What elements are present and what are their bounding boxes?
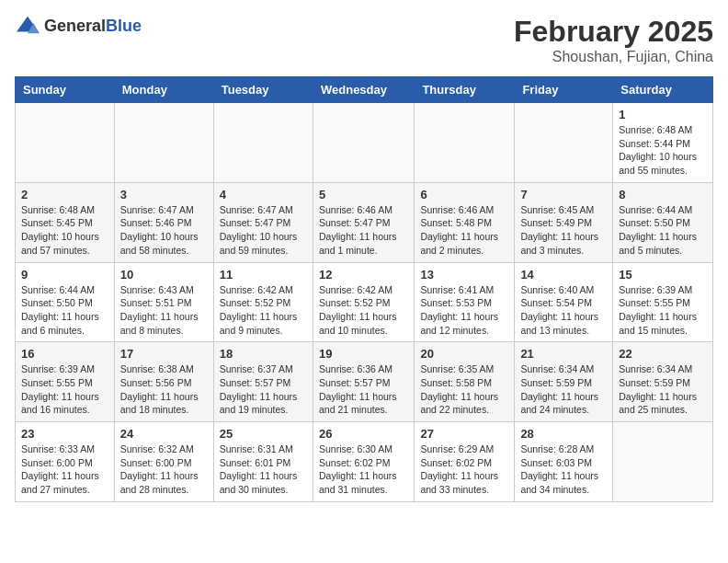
- calendar-day-cell: 17Sunrise: 6:38 AM Sunset: 5:56 PM Dayli…: [114, 342, 213, 422]
- day-number: 24: [120, 427, 208, 441]
- day-number: 16: [21, 347, 108, 361]
- calendar-day-cell: 12Sunrise: 6:42 AM Sunset: 5:52 PM Dayli…: [313, 262, 414, 342]
- calendar-day-cell: 19Sunrise: 6:36 AM Sunset: 5:57 PM Dayli…: [313, 342, 414, 422]
- calendar-day-cell: 18Sunrise: 6:37 AM Sunset: 5:57 PM Dayli…: [213, 342, 313, 422]
- calendar-day-cell: 22Sunrise: 6:34 AM Sunset: 5:59 PM Dayli…: [613, 342, 713, 422]
- calendar-day-cell: 23Sunrise: 6:33 AM Sunset: 6:00 PM Dayli…: [16, 422, 115, 502]
- calendar-header-row: SundayMondayTuesdayWednesdayThursdayFrid…: [16, 77, 713, 103]
- day-number: 23: [21, 427, 108, 441]
- logo: GeneralBlue: [15, 15, 142, 37]
- day-info: Sunrise: 6:36 AM Sunset: 5:57 PM Dayligh…: [319, 362, 408, 417]
- calendar-day-cell: [213, 103, 313, 183]
- calendar-day-cell: 9Sunrise: 6:44 AM Sunset: 5:50 PM Daylig…: [16, 262, 115, 342]
- day-of-week-header: Thursday: [415, 77, 515, 103]
- day-info: Sunrise: 6:29 AM Sunset: 6:02 PM Dayligh…: [420, 442, 508, 497]
- day-info: Sunrise: 6:42 AM Sunset: 5:52 PM Dayligh…: [319, 283, 408, 338]
- calendar-day-cell: 4Sunrise: 6:47 AM Sunset: 5:47 PM Daylig…: [213, 182, 313, 262]
- day-info: Sunrise: 6:40 AM Sunset: 5:54 PM Dayligh…: [520, 283, 607, 338]
- day-info: Sunrise: 6:31 AM Sunset: 6:01 PM Dayligh…: [220, 442, 307, 497]
- calendar-day-cell: [16, 103, 115, 183]
- page-header: GeneralBlue February 2025 Shoushan, Fuji…: [15, 15, 713, 65]
- day-info: Sunrise: 6:47 AM Sunset: 5:47 PM Dayligh…: [220, 203, 307, 258]
- day-info: Sunrise: 6:47 AM Sunset: 5:46 PM Dayligh…: [120, 203, 208, 258]
- day-info: Sunrise: 6:44 AM Sunset: 5:50 PM Dayligh…: [21, 283, 108, 338]
- calendar-day-cell: 21Sunrise: 6:34 AM Sunset: 5:59 PM Dayli…: [515, 342, 613, 422]
- day-info: Sunrise: 6:32 AM Sunset: 6:00 PM Dayligh…: [120, 442, 208, 497]
- month-year-title: February 2025: [514, 15, 713, 49]
- calendar-day-cell: 6Sunrise: 6:46 AM Sunset: 5:48 PM Daylig…: [415, 182, 515, 262]
- day-number: 4: [220, 188, 307, 201]
- calendar-day-cell: 1Sunrise: 6:48 AM Sunset: 5:44 PM Daylig…: [613, 103, 713, 183]
- day-info: Sunrise: 6:30 AM Sunset: 6:02 PM Dayligh…: [319, 442, 408, 497]
- calendar-day-cell: 20Sunrise: 6:35 AM Sunset: 5:58 PM Dayli…: [415, 342, 515, 422]
- calendar-day-cell: 28Sunrise: 6:28 AM Sunset: 6:03 PM Dayli…: [515, 422, 613, 502]
- day-number: 17: [120, 347, 208, 361]
- day-of-week-header: Saturday: [613, 77, 713, 103]
- day-of-week-header: Wednesday: [313, 77, 414, 103]
- calendar-day-cell: 14Sunrise: 6:40 AM Sunset: 5:54 PM Dayli…: [515, 262, 613, 342]
- day-number: 5: [319, 188, 408, 201]
- day-info: Sunrise: 6:44 AM Sunset: 5:50 PM Dayligh…: [619, 203, 707, 258]
- day-number: 3: [120, 188, 208, 201]
- title-area: February 2025 Shoushan, Fujian, China: [514, 15, 713, 65]
- calendar-week-row: 23Sunrise: 6:33 AM Sunset: 6:00 PM Dayli…: [16, 422, 713, 502]
- day-number: 26: [319, 427, 408, 441]
- calendar-day-cell: 3Sunrise: 6:47 AM Sunset: 5:46 PM Daylig…: [114, 182, 213, 262]
- day-number: 11: [220, 268, 307, 282]
- day-of-week-header: Tuesday: [213, 77, 313, 103]
- calendar-day-cell: 10Sunrise: 6:43 AM Sunset: 5:51 PM Dayli…: [114, 262, 213, 342]
- day-number: 13: [420, 268, 508, 282]
- day-number: 20: [420, 347, 508, 361]
- day-info: Sunrise: 6:39 AM Sunset: 5:55 PM Dayligh…: [619, 283, 707, 338]
- day-info: Sunrise: 6:48 AM Sunset: 5:45 PM Dayligh…: [21, 203, 108, 258]
- calendar-day-cell: 15Sunrise: 6:39 AM Sunset: 5:55 PM Dayli…: [613, 262, 713, 342]
- location-subtitle: Shoushan, Fujian, China: [514, 49, 713, 65]
- calendar-day-cell: [415, 103, 515, 183]
- day-number: 25: [220, 427, 307, 441]
- day-number: 12: [319, 268, 408, 282]
- calendar-day-cell: 16Sunrise: 6:39 AM Sunset: 5:55 PM Dayli…: [16, 342, 115, 422]
- day-info: Sunrise: 6:42 AM Sunset: 5:52 PM Dayligh…: [220, 283, 307, 338]
- day-info: Sunrise: 6:41 AM Sunset: 5:53 PM Dayligh…: [420, 283, 508, 338]
- calendar-table: SundayMondayTuesdayWednesdayThursdayFrid…: [15, 76, 713, 502]
- day-info: Sunrise: 6:33 AM Sunset: 6:00 PM Dayligh…: [21, 442, 108, 497]
- calendar-week-row: 2Sunrise: 6:48 AM Sunset: 5:45 PM Daylig…: [16, 182, 713, 262]
- day-number: 18: [220, 347, 307, 361]
- calendar-day-cell: [515, 103, 613, 183]
- calendar-day-cell: [613, 422, 713, 502]
- day-info: Sunrise: 6:48 AM Sunset: 5:44 PM Dayligh…: [619, 123, 707, 178]
- calendar-day-cell: 24Sunrise: 6:32 AM Sunset: 6:00 PM Dayli…: [114, 422, 213, 502]
- day-number: 22: [619, 347, 707, 361]
- calendar-day-cell: 2Sunrise: 6:48 AM Sunset: 5:45 PM Daylig…: [16, 182, 115, 262]
- day-info: Sunrise: 6:28 AM Sunset: 6:03 PM Dayligh…: [520, 442, 607, 497]
- calendar-day-cell: 13Sunrise: 6:41 AM Sunset: 5:53 PM Dayli…: [415, 262, 515, 342]
- calendar-day-cell: 25Sunrise: 6:31 AM Sunset: 6:01 PM Dayli…: [213, 422, 313, 502]
- day-info: Sunrise: 6:46 AM Sunset: 5:47 PM Dayligh…: [319, 203, 408, 258]
- day-number: 10: [120, 268, 208, 282]
- day-info: Sunrise: 6:37 AM Sunset: 5:57 PM Dayligh…: [220, 362, 307, 417]
- day-number: 2: [21, 188, 108, 201]
- day-number: 1: [619, 108, 707, 121]
- logo-general-text: General: [44, 17, 106, 35]
- calendar-day-cell: [114, 103, 213, 183]
- day-info: Sunrise: 6:45 AM Sunset: 5:49 PM Dayligh…: [520, 203, 607, 258]
- day-info: Sunrise: 6:39 AM Sunset: 5:55 PM Dayligh…: [21, 362, 108, 417]
- calendar-day-cell: 5Sunrise: 6:46 AM Sunset: 5:47 PM Daylig…: [313, 182, 414, 262]
- calendar-week-row: 9Sunrise: 6:44 AM Sunset: 5:50 PM Daylig…: [16, 262, 713, 342]
- day-number: 6: [420, 188, 508, 201]
- day-info: Sunrise: 6:35 AM Sunset: 5:58 PM Dayligh…: [420, 362, 508, 417]
- day-number: 28: [520, 427, 607, 441]
- day-info: Sunrise: 6:46 AM Sunset: 5:48 PM Dayligh…: [420, 203, 508, 258]
- day-info: Sunrise: 6:38 AM Sunset: 5:56 PM Dayligh…: [120, 362, 208, 417]
- day-info: Sunrise: 6:34 AM Sunset: 5:59 PM Dayligh…: [619, 362, 707, 417]
- day-info: Sunrise: 6:43 AM Sunset: 5:51 PM Dayligh…: [120, 283, 208, 338]
- day-of-week-header: Sunday: [16, 77, 115, 103]
- logo-icon: [15, 15, 40, 37]
- day-info: Sunrise: 6:34 AM Sunset: 5:59 PM Dayligh…: [520, 362, 607, 417]
- day-number: 19: [319, 347, 408, 361]
- calendar-week-row: 1Sunrise: 6:48 AM Sunset: 5:44 PM Daylig…: [16, 103, 713, 183]
- calendar-day-cell: 27Sunrise: 6:29 AM Sunset: 6:02 PM Dayli…: [415, 422, 515, 502]
- calendar-day-cell: 26Sunrise: 6:30 AM Sunset: 6:02 PM Dayli…: [313, 422, 414, 502]
- calendar-day-cell: 7Sunrise: 6:45 AM Sunset: 5:49 PM Daylig…: [515, 182, 613, 262]
- calendar-week-row: 16Sunrise: 6:39 AM Sunset: 5:55 PM Dayli…: [16, 342, 713, 422]
